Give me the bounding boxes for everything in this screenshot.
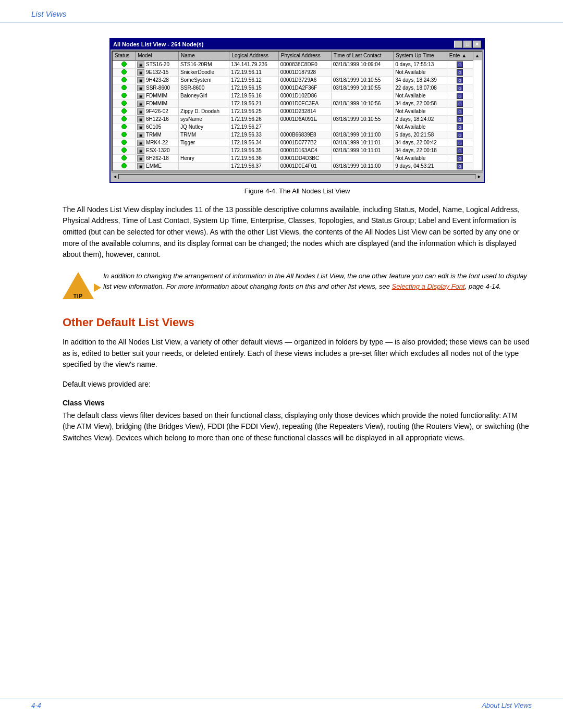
model-icon: ▣	[137, 85, 144, 91]
cell-physical: 00001D102D86	[278, 92, 331, 100]
cell-logical: 172.19.56.36	[229, 154, 278, 162]
cell-model: ▣ EMME	[136, 162, 179, 170]
cell-status	[113, 139, 136, 146]
enter-icon: G	[457, 147, 463, 154]
status-dot	[121, 85, 127, 90]
page-header: List Views	[0, 0, 563, 22]
horizontal-scrollbar[interactable]: ◄ ►	[112, 172, 483, 181]
cell-last-contact: 03/18/1999 10:09:04	[331, 60, 394, 69]
cell-logical: 172.19.56.27	[229, 123, 278, 131]
col-physical[interactable]: Physical Address	[278, 52, 331, 60]
cell-last-contact: 03/18/1999 10:11:00	[331, 162, 394, 170]
status-dot	[121, 155, 127, 161]
cell-name	[179, 146, 229, 154]
cell-logical: 172.19.56.25	[229, 107, 278, 115]
enter-icon: G	[457, 163, 463, 169]
cell-physical: 00001D187928	[278, 68, 331, 76]
table-row: ▣ 9H423-28SomeSystem172.19.56.1200001D37…	[113, 76, 482, 84]
model-icon: ▣	[137, 163, 144, 169]
cell-physical: 00001D232814	[278, 107, 331, 115]
status-dot	[121, 69, 127, 75]
cell-enter: G	[447, 76, 473, 84]
model-icon: ▣	[137, 124, 144, 130]
cell-last-contact	[331, 123, 394, 131]
minimize-button[interactable]: _	[454, 41, 462, 48]
cell-model: ▣ TRMM	[136, 131, 179, 139]
nodes-table: Status Model Name Logical Address Physic…	[113, 52, 482, 170]
enter-icon: G	[457, 101, 463, 107]
cell-name: JQ Nutley	[179, 123, 229, 131]
page-footer: 4-4 About List Views	[0, 698, 563, 712]
cell-last-contact: 03/18/1999 10:10:55	[331, 115, 394, 123]
enter-icon: G	[457, 93, 463, 99]
tip-arrow-icon	[94, 283, 101, 292]
cell-uptime: Not Available	[394, 154, 447, 162]
cell-logical: 172.19.56.34	[229, 139, 278, 146]
status-dot	[121, 93, 127, 98]
table-row: ▣ TRMMTRMM172.19.56.330000B66839E803/18/…	[113, 131, 482, 139]
tip-icon-wrapper: TIP	[63, 272, 94, 303]
table-row: ▣ 6C105JQ Nutley172.19.56.27Not Availabl…	[113, 123, 482, 131]
cell-status	[113, 123, 136, 131]
footer-section-title: About List Views	[482, 701, 532, 709]
cell-physical: 00001DD4D3BC	[278, 154, 331, 162]
table-row: ▣ SSR-8600SSR-8600172.19.56.1500001DA2F3…	[113, 84, 482, 92]
cell-name: Tigger	[179, 139, 229, 146]
scrollbar[interactable]: ▲	[473, 52, 482, 60]
tip-link[interactable]: Selecting a Display Font	[392, 282, 465, 290]
status-dot	[121, 147, 127, 153]
cell-uptime: Not Available	[394, 68, 447, 76]
cell-status	[113, 92, 136, 100]
status-dot	[121, 163, 127, 168]
class-views-heading: Class Views	[63, 399, 532, 407]
cell-uptime: 34 days, 18:24:39	[394, 76, 447, 84]
model-icon: ▣	[137, 155, 144, 162]
cell-logical: 172.19.56.21	[229, 100, 278, 107]
close-button[interactable]: ✕	[473, 41, 481, 48]
cell-uptime: Not Available	[394, 107, 447, 115]
cell-last-contact	[331, 92, 394, 100]
table-row: ▣ FDMMIM172.19.56.2100001D0EC3EA03/18/19…	[113, 100, 482, 107]
cell-enter: G	[447, 60, 473, 69]
cell-logical: 172.19.56.11	[229, 68, 278, 76]
cell-last-contact: 03/18/1999 10:11:01	[331, 139, 394, 146]
col-logical[interactable]: Logical Address	[229, 52, 278, 60]
cell-model: ▣ SSR-8600	[136, 84, 179, 92]
table-row: ▣ STS16-20STS16-20RM134.141.79.236000083…	[113, 60, 482, 69]
status-dot	[121, 124, 127, 129]
cell-physical: 00001D6A091E	[278, 115, 331, 123]
cell-model: ▣ 9F426-02	[136, 107, 179, 115]
cell-uptime: 5 days, 20:21:58	[394, 131, 447, 139]
cell-physical: 00001D3729A6	[278, 76, 331, 84]
cell-last-contact: 03/18/1999 10:11:00	[331, 131, 394, 139]
cell-logical: 172.19.56.16	[229, 92, 278, 100]
enter-icon: G	[457, 124, 463, 130]
col-status[interactable]: Status	[113, 52, 136, 60]
col-uptime[interactable]: System Up Time	[394, 52, 447, 60]
cell-enter: G	[447, 107, 473, 115]
cell-physical: 0000B66839E8	[278, 131, 331, 139]
figure-container: All Nodes List View - 264 Node(s) _ □ ✕ …	[63, 38, 532, 183]
status-dot	[121, 132, 127, 137]
cell-name: Henry	[179, 154, 229, 162]
status-dot	[121, 140, 127, 145]
cell-enter: G	[447, 162, 473, 170]
tip-text: In addition to changing the arrangement …	[103, 271, 532, 292]
cell-enter: G	[447, 84, 473, 92]
cell-status	[113, 131, 136, 139]
maximize-button[interactable]: □	[463, 41, 472, 48]
col-name[interactable]: Name	[179, 52, 229, 60]
cell-status	[113, 68, 136, 76]
col-model[interactable]: Model	[136, 52, 179, 60]
titlebar-buttons: _ □ ✕	[454, 41, 481, 48]
cell-enter: G	[447, 92, 473, 100]
table-row: ▣ 9E132-15SnickerDoodle172.19.56.1100001…	[113, 68, 482, 76]
cell-status	[113, 146, 136, 154]
cell-model: ▣ 9E132-15	[136, 68, 179, 76]
col-last-contact[interactable]: Time of Last Contact	[331, 52, 394, 60]
cell-last-contact: 03/18/1999 10:11:01	[331, 146, 394, 154]
col-enter[interactable]: Ente ▲	[447, 52, 473, 60]
cell-model: ▣ 9H423-28	[136, 76, 179, 84]
cell-logical: 172.19.56.12	[229, 76, 278, 84]
class-views-text: The default class views filter devices b…	[63, 410, 532, 444]
